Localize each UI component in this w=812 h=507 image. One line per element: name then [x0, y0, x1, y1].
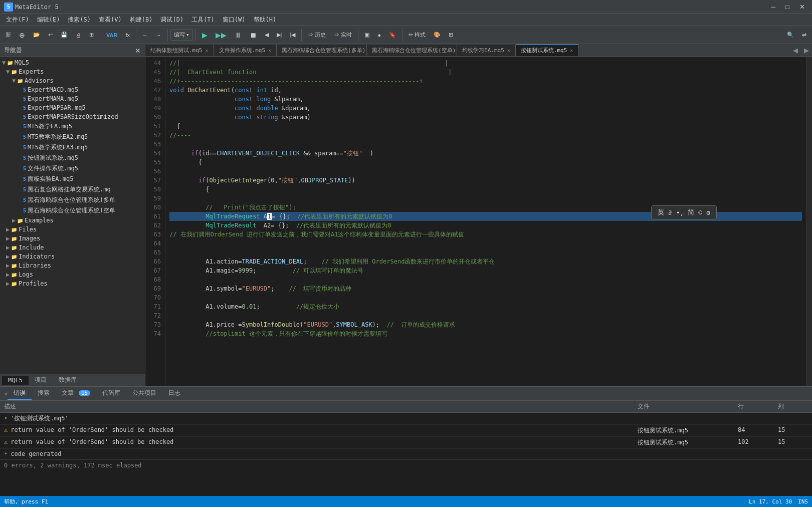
close-button[interactable]: ✕ [796, 2, 808, 12]
tree-item-mt5ea[interactable]: 5 MT5教学EA.mq5 [0, 121, 145, 132]
tree-item-expertmapsarsize[interactable]: 5 ExpertMAPSARSizeOptimized [0, 112, 145, 121]
minimize-button[interactable]: ─ [768, 2, 778, 12]
menu-view[interactable]: 查看(V) [95, 15, 126, 25]
tab-close-btn-test[interactable]: ✕ [570, 48, 573, 53]
tree-item-blackstone[interactable]: 5 黑石复合网格挂单交易系统.mq [0, 184, 145, 195]
tree-item-seagull-short[interactable]: 5 黑石海鸥综合仓位管理系统(空单 [0, 205, 145, 216]
tree-item-fileops[interactable]: 5 文件操作系统.mq5 [0, 163, 145, 174]
history-button[interactable]: ⇒ 历史 [304, 29, 329, 41]
tab-seagull-long[interactable]: 黑石海鸥综合仓位管理系统(多单).mq5 ✕ [277, 45, 367, 56]
tree-item-mt5ea3[interactable]: 5 MT5教学系统EA3.mq5 [0, 142, 145, 153]
tree-item-files[interactable]: ▶ 📁 Files [0, 225, 145, 234]
ime-item-settings[interactable]: ⚙ [706, 209, 710, 216]
tab-seagull-short[interactable]: 黑石海鸥综合仓位管理系统(空单).mq5 ✕ [367, 45, 457, 56]
step-over-button[interactable]: |◀ [286, 30, 299, 40]
stop-button[interactable]: ⏹ [246, 29, 260, 41]
tree-item-expertmapsar[interactable]: 5 ExpertMAPSAR.mq5 [0, 103, 145, 112]
new-tab-button[interactable]: ⊕ [16, 29, 29, 41]
ime-item-en[interactable]: 英 [658, 208, 664, 217]
menu-build[interactable]: 构建(B) [126, 15, 157, 25]
tree-item-expertmacd[interactable]: 5 ExpertMACD.mq5 [0, 85, 145, 94]
ime-item-dot[interactable]: •, [676, 209, 684, 216]
bookmark-button[interactable]: 🔖 [385, 30, 399, 40]
bottom-tab-search[interactable]: 搜索 [32, 387, 56, 400]
tree-item-mql5[interactable]: ▼ 📁 MQL5 [0, 58, 145, 67]
bottom-tab-articles[interactable]: 文章 15 [56, 387, 96, 400]
compile-dropdown[interactable]: 编写 ▾ [170, 29, 193, 41]
error-row-codegen[interactable]: •code generated [0, 449, 812, 459]
tree-item-include[interactable]: ▶ 📁 Include [0, 243, 145, 252]
navigator-close-button[interactable]: ✕ [135, 47, 141, 55]
menu-search[interactable]: 搜索(S) [64, 15, 95, 25]
save-button[interactable]: 💾 [57, 30, 71, 40]
tree-item-panel[interactable]: 5 面板实验EA.mq5 [0, 174, 145, 184]
code-lines[interactable]: //| | //| ChartEvent function | //+-----… [165, 57, 806, 386]
step-fwd-button[interactable]: ▶| [273, 30, 286, 40]
settings-button[interactable]: ⊞ [445, 30, 457, 40]
tree-item-examples[interactable]: ▶ 📁 Examples [0, 216, 145, 225]
nav-back-button[interactable]: ← [139, 30, 151, 40]
nav-tab-database[interactable]: 数据库 [53, 375, 83, 385]
tab-fileops[interactable]: 文件操作系统.mq5 ✕ [214, 45, 277, 56]
tree-item-experts[interactable]: ▼ 📁 Experts [0, 67, 145, 76]
tree-item-indicators[interactable]: ▶ 📁 Indicators [0, 252, 145, 261]
ime-item-emoji[interactable]: ☺ [698, 209, 702, 216]
tree-item-expertmama[interactable]: 5 ExpertMAMA.mq5 [0, 94, 145, 103]
breakpoints-button[interactable]: ● [374, 30, 384, 40]
tabs-scroll-left[interactable]: ◀ [790, 46, 801, 55]
ime-item-moon[interactable]: ∂ [668, 209, 672, 216]
menu-tools[interactable]: 工具(T) [187, 15, 219, 25]
menu-edit[interactable]: 编辑(E) [33, 15, 64, 25]
fx-button[interactable]: fx [122, 30, 133, 40]
step-back-button[interactable]: ◀ [261, 30, 272, 40]
compare-button[interactable]: ⊞ [86, 30, 97, 40]
tab-ma-ea[interactable]: 均线学习EA.mq5 ✕ [457, 45, 516, 56]
nav-forward-button[interactable]: → [152, 30, 165, 40]
error-row-warn1[interactable]: ⚠return value of 'OrderSend' should be c… [0, 425, 812, 437]
tree-item-mt5ea2[interactable]: 5 MT5教学系统EA2.mq5 [0, 132, 145, 142]
run-script-button[interactable]: ▶▶ [212, 29, 230, 41]
tabs-scroll-right[interactable]: ▶ [801, 46, 812, 55]
realtime-button[interactable]: ⇒ 实时 [330, 29, 355, 41]
bottom-panel-close-button[interactable]: ✕ [4, 390, 8, 397]
nav-button[interactable]: ⇌ [798, 30, 810, 40]
maximize-button[interactable]: □ [782, 2, 792, 12]
bottom-tab-public[interactable]: 公共项目 [126, 387, 162, 400]
menu-window[interactable]: 窗口(W) [219, 15, 250, 25]
tree-item-images[interactable]: ▶ 📁 Images [0, 234, 145, 243]
run-button[interactable]: ▶ [198, 29, 211, 41]
vertical-scrollbar[interactable] [806, 57, 812, 386]
style-button[interactable]: ✏ 样式 [405, 29, 429, 41]
tree-item-logs[interactable]: ▶ 📁 Logs [0, 270, 145, 279]
tab-btn-test[interactable]: 按钮测试系统.mq5 ✕ [516, 44, 579, 56]
tab-struct-test[interactable]: 结构体数组测试.mq5 ✕ [145, 45, 214, 56]
bottom-tab-errors[interactable]: 错误 [8, 387, 32, 400]
bottom-tab-codebase[interactable]: 代码库 [96, 387, 126, 400]
search-toolbar-button[interactable]: 🔍 [783, 30, 797, 40]
tab-close-ma-ea[interactable]: ✕ [507, 48, 510, 53]
tree-item-seagull-long[interactable]: 5 黑石海鸥综合仓位管理系统(多单 [0, 195, 145, 205]
tab-close-struct-test[interactable]: ✕ [206, 48, 209, 53]
error-row-warn2[interactable]: ⚠return value of 'OrderSend' should be c… [0, 437, 812, 449]
nav-tab-project[interactable]: 项目 [29, 375, 53, 385]
tree-item-btntest[interactable]: 5 按钮测试系统.mq5 [0, 153, 145, 163]
new-button[interactable]: 新 [2, 29, 15, 41]
back-button[interactable]: ↩ [45, 30, 56, 40]
tree-item-profiles[interactable]: ▶ 📁 Profiles [0, 279, 145, 288]
pause-button[interactable]: ⏸ [231, 29, 245, 41]
menu-help[interactable]: 帮助(H) [250, 15, 281, 25]
tab-close-fileops[interactable]: ✕ [268, 48, 271, 53]
open-button[interactable]: 📂 [30, 30, 44, 40]
nav-tab-mql5[interactable]: MQL5 [2, 376, 29, 385]
tree-item-libraries[interactable]: ▶ 📁 Libraries [0, 261, 145, 270]
ime-item-cn[interactable]: 简 [688, 208, 694, 217]
coverage-button[interactable]: ▣ [361, 30, 373, 40]
menu-debug[interactable]: 调试(D) [156, 15, 187, 25]
menu-file[interactable]: 文件(F) [2, 15, 33, 25]
bottom-tab-logs[interactable]: 日志 [162, 387, 186, 400]
var-button[interactable]: VAR [103, 30, 121, 40]
print-button[interactable]: 🖨 [72, 30, 85, 40]
error-row-filename[interactable]: •'按钮测试系统.mq5' [0, 413, 812, 425]
tree-item-advisors[interactable]: ▼ 📁 Advisors [0, 76, 145, 85]
theme-button[interactable]: 🎨 [430, 30, 444, 40]
